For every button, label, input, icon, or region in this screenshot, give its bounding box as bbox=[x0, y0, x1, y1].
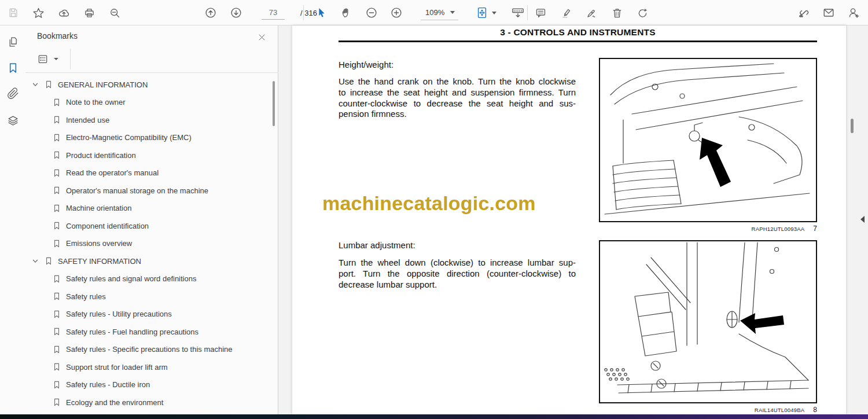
bookmark-label: Operator's manual storage on the machine bbox=[66, 186, 208, 195]
text-line: to increase the seat height and suspensi… bbox=[339, 87, 576, 98]
page-down-icon bbox=[230, 6, 242, 19]
bookmark-item[interactable]: Read the operator's manual bbox=[25, 164, 273, 182]
bookmark-item[interactable]: Safety rules - Fuel handling precautions bbox=[25, 323, 273, 341]
figure-code: RAPH12UTL0093AA bbox=[752, 226, 805, 232]
figure-number: 8 bbox=[813, 406, 817, 414]
zoom-out-button[interactable] bbox=[363, 4, 380, 21]
rotate-button[interactable] bbox=[634, 4, 651, 21]
bookmarks-panel-button[interactable] bbox=[4, 59, 21, 76]
panel-scrollbar-thumb[interactable] bbox=[273, 81, 275, 126]
page-view-dropdown[interactable] bbox=[476, 6, 496, 19]
bookmark-icon bbox=[52, 274, 61, 284]
document-scrollbar-thumb[interactable] bbox=[851, 119, 854, 133]
bookmark-item[interactable]: Operator's manual storage on the machine bbox=[25, 182, 273, 200]
bookmark-icon bbox=[52, 221, 61, 230]
bookmark-item[interactable]: Support strut for loader lift arm bbox=[25, 358, 273, 376]
thumbnails-panel-button[interactable] bbox=[4, 33, 21, 50]
delete-button[interactable] bbox=[609, 4, 626, 21]
zoom-level-value: 109% bbox=[425, 8, 444, 17]
page-number-input[interactable] bbox=[262, 6, 285, 20]
bookmark-section[interactable]: SAFETY INFORMATION bbox=[25, 252, 273, 270]
email-button[interactable] bbox=[820, 4, 837, 21]
bookmark-icon bbox=[44, 256, 53, 266]
figure-caption: RAPH12UTL0093AA 7 bbox=[599, 225, 817, 233]
page-up-button[interactable] bbox=[202, 4, 219, 21]
bookmark-label: Support strut for loader lift arm bbox=[66, 363, 168, 372]
bookmark-item[interactable]: Safety rules - Utility precautions bbox=[25, 306, 273, 324]
bookmark-item[interactable]: Safety rules and signal word definitions bbox=[25, 270, 273, 288]
comment-button[interactable] bbox=[532, 4, 549, 21]
bookmarks-panel-title: Bookmarks bbox=[37, 31, 78, 41]
bookmark-item[interactable]: Safety rules - Specific precautions to t… bbox=[25, 341, 273, 359]
find-button[interactable] bbox=[106, 4, 123, 21]
highlight-button[interactable] bbox=[558, 4, 575, 21]
page-down-button[interactable] bbox=[227, 4, 244, 21]
share-link-button[interactable] bbox=[795, 4, 812, 21]
bookmark-label: Emissions overview bbox=[66, 239, 132, 248]
layers-icon bbox=[7, 115, 19, 127]
bookmark-item[interactable]: Safety rules - Ductile iron bbox=[25, 376, 273, 394]
section-heading: Lumbar adjustment: bbox=[339, 240, 415, 250]
print-button[interactable] bbox=[81, 4, 98, 21]
attachments-panel-button[interactable] bbox=[4, 84, 21, 102]
bookmark-label: Safety rules and signal word definitions bbox=[66, 274, 196, 283]
rotate-icon bbox=[637, 7, 649, 19]
chevron-down-icon bbox=[54, 58, 58, 60]
upload-button[interactable] bbox=[56, 4, 72, 21]
toolbar-annotate-group bbox=[532, 0, 651, 25]
select-tool-button[interactable] bbox=[313, 4, 330, 21]
bookmark-item[interactable]: Ecology and the environment bbox=[25, 394, 273, 411]
hand-tool-button[interactable] bbox=[338, 4, 355, 21]
close-panel-button[interactable] bbox=[255, 30, 269, 44]
figure-number: 7 bbox=[813, 225, 817, 233]
favorites-button[interactable] bbox=[30, 4, 47, 21]
text-line: port. Turn the opposite direction (count… bbox=[339, 269, 576, 280]
bookmark-item[interactable]: Safety rules bbox=[25, 288, 273, 306]
search-icon bbox=[109, 7, 121, 19]
bookmark-item[interactable]: Product identification bbox=[25, 146, 273, 164]
sign-button[interactable] bbox=[583, 4, 600, 21]
bookmark-icon bbox=[52, 239, 61, 248]
collapse-right-handle[interactable] bbox=[860, 216, 865, 223]
bookmark-item[interactable]: Electro-Magnetic Compatibility (EMC) bbox=[25, 129, 273, 147]
text-line: Use the hand crank on the knob. Turn the… bbox=[339, 76, 576, 87]
save-button[interactable] bbox=[5, 4, 21, 21]
bookmark-icon bbox=[52, 186, 61, 195]
fit-width-button[interactable] bbox=[509, 4, 526, 21]
text-line: decrease lumbar support. bbox=[339, 280, 576, 291]
bookmark-label: Safety rules - Specific precautions to t… bbox=[66, 345, 233, 354]
add-person-button[interactable] bbox=[845, 4, 862, 21]
bookmark-icon bbox=[52, 310, 61, 319]
text-line: counter-clockwise to decrease the seat h… bbox=[339, 98, 576, 109]
link-icon bbox=[797, 6, 810, 19]
bookmark-icon bbox=[52, 115, 61, 124]
page-up-icon bbox=[204, 6, 217, 19]
page-fit-icon bbox=[476, 6, 488, 19]
bookmark-item[interactable]: Note to the owner bbox=[25, 94, 273, 112]
comment-icon bbox=[535, 7, 547, 19]
layers-panel-button[interactable] bbox=[4, 112, 21, 129]
add-person-icon bbox=[847, 6, 860, 19]
chapter-header: 3 - CONTROLS AND INSTRUMENTS bbox=[339, 27, 817, 38]
bookmark-icon bbox=[52, 327, 61, 336]
chevron-down-icon bbox=[31, 80, 39, 89]
figure-illustration bbox=[600, 59, 816, 221]
bookmark-item[interactable]: Machine orientation bbox=[25, 200, 273, 218]
pdf-page: 3 - CONTROLS AND INSTRUMENTS Height/weig… bbox=[292, 25, 846, 414]
toolbar-left-group bbox=[5, 0, 123, 25]
zoom-level-dropdown[interactable]: 109% bbox=[421, 5, 458, 20]
bookmark-item[interactable]: Intended use bbox=[25, 111, 273, 129]
zoom-out-icon bbox=[365, 6, 378, 19]
bookmark-section[interactable]: GENERAL INFORMATION bbox=[25, 76, 273, 94]
bookmark-label: Safety rules - Fuel handling precautions bbox=[66, 328, 198, 336]
bookmark-item[interactable]: Emissions overview bbox=[25, 235, 273, 253]
bookmark-item[interactable]: Component identification bbox=[25, 217, 273, 235]
bookmark-label: Note to the owner bbox=[66, 98, 126, 106]
bookmarks-options-button[interactable] bbox=[35, 51, 61, 67]
bookmark-label: Safety rules - Ductile iron bbox=[66, 380, 150, 389]
panel-divider bbox=[25, 72, 278, 73]
bookmark-icon bbox=[52, 398, 61, 407]
zoom-in-button[interactable] bbox=[388, 4, 404, 21]
bookmark-icon bbox=[52, 362, 61, 372]
toolbar: / 316 bbox=[0, 0, 868, 25]
